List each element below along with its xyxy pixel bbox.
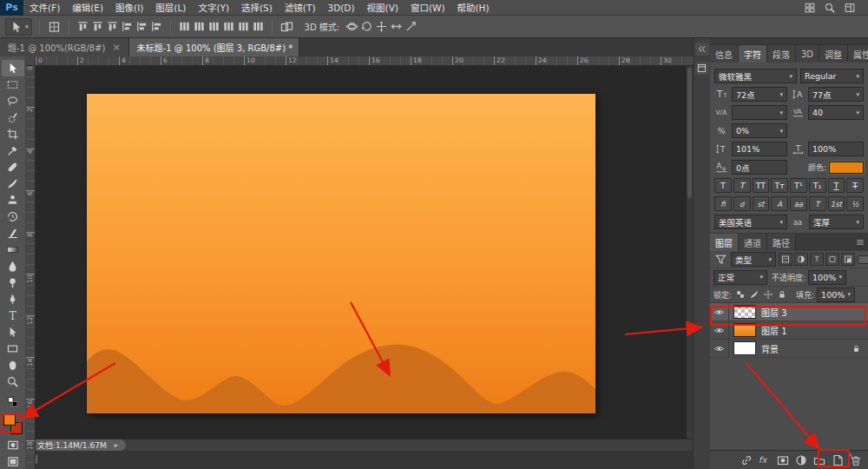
stylistic-alternates-button[interactable]: A xyxy=(771,196,788,211)
leading-select[interactable]: 77点▾ xyxy=(808,87,864,102)
tool-preset-picker[interactable]: ▾ xyxy=(5,18,32,36)
clone-stamp-tool[interactable] xyxy=(2,192,24,208)
dist-vcenter-icon[interactable] xyxy=(193,20,206,33)
tracking-select[interactable]: 40▾ xyxy=(808,105,864,120)
panel-thumb-icon-button[interactable] xyxy=(695,62,709,75)
screen-mode-icon[interactable] xyxy=(6,455,20,468)
layer-row-图层 3[interactable]: 图层 3 xyxy=(710,303,868,321)
panel-tab-信息[interactable]: 信息 xyxy=(710,45,739,63)
kerning-select[interactable]: ▾ xyxy=(732,105,787,120)
tab-close-icon[interactable]: × xyxy=(112,42,120,53)
layer-mask-icon[interactable] xyxy=(775,453,791,467)
pen-tool[interactable] xyxy=(2,291,24,307)
spot-healing-brush-tool[interactable] xyxy=(2,159,24,175)
lock-all-icon[interactable] xyxy=(776,288,788,301)
brush-tool[interactable] xyxy=(2,175,24,192)
quick-mask-icon[interactable] xyxy=(6,439,20,452)
layer-row-背景[interactable]: 背景 xyxy=(710,340,868,358)
layers-tab-路径[interactable]: 路径 xyxy=(767,234,796,251)
antialias-select[interactable]: 浑厚▾ xyxy=(809,215,864,229)
orbit-3d-icon[interactable] xyxy=(345,20,358,33)
panel-tab-属性[interactable]: 属性 xyxy=(848,45,868,63)
ordinals-button[interactable]: 1st xyxy=(828,196,845,211)
eraser-tool[interactable] xyxy=(2,225,24,241)
status-chevron-icon[interactable]: ▸ xyxy=(115,441,118,449)
horizontal-scale-field[interactable]: 100% xyxy=(808,142,864,156)
discretionary-ligatures-button[interactable]: st xyxy=(753,196,770,211)
blur-tool[interactable] xyxy=(2,258,24,274)
dist-top-icon[interactable] xyxy=(178,20,191,33)
layer-thumbnail[interactable] xyxy=(733,323,756,337)
underline-button[interactable]: T xyxy=(828,178,845,193)
slide-3d-icon[interactable] xyxy=(390,20,403,33)
layers-tab-图层[interactable]: 图层 xyxy=(710,234,739,251)
fractions-button[interactable]: ½ xyxy=(846,196,864,211)
align-right-icon[interactable] xyxy=(150,20,163,33)
language-select[interactable]: 美国英语▾ xyxy=(714,215,787,229)
crop-tool[interactable] xyxy=(2,126,24,142)
fill-field[interactable]: 100%▾ xyxy=(817,287,855,302)
panel-drag-bar[interactable] xyxy=(710,38,868,45)
dist-left-icon[interactable] xyxy=(222,20,235,33)
layer-effects-icon[interactable]: fx xyxy=(757,453,773,467)
lock-position-icon[interactable] xyxy=(762,288,774,301)
strikethrough-button[interactable]: T xyxy=(846,178,864,193)
filter-adjustment-icon[interactable] xyxy=(794,253,808,266)
auto-align-icon[interactable] xyxy=(279,20,294,34)
eyedropper-tool[interactable] xyxy=(2,142,24,159)
panel-menu-icon[interactable] xyxy=(852,234,868,251)
document-tab-1[interactable]: 题-1 @ 100%(RGB/8#)× xyxy=(0,38,129,56)
document-canvas[interactable] xyxy=(87,94,595,413)
adjustment-layer-icon[interactable] xyxy=(793,453,809,467)
menu-item-图像(I)[interactable]: 图像(I) xyxy=(109,0,149,16)
filter-type-icon[interactable]: T xyxy=(810,253,824,266)
lasso-tool[interactable] xyxy=(2,93,24,109)
lock-pixels-icon[interactable] xyxy=(748,288,760,301)
panel-tab-3D[interactable]: 3D xyxy=(796,45,819,63)
align-hcenter-icon[interactable] xyxy=(135,20,148,33)
swash-button[interactable]: ơ xyxy=(733,196,751,211)
collapse-panels-icon-button[interactable] xyxy=(695,43,709,56)
layer-thumbnail[interactable] xyxy=(733,305,756,319)
app-grid-icon[interactable] xyxy=(804,2,816,14)
menu-item-编辑(E)[interactable]: 编辑(E) xyxy=(66,0,109,16)
rectangle-tool[interactable] xyxy=(2,340,24,357)
color-swatches[interactable] xyxy=(2,413,24,435)
faux-bold-button[interactable]: T xyxy=(714,178,732,193)
layer-row-图层 1[interactable]: 图层 1 xyxy=(710,321,868,340)
layer-visibility-toggle[interactable] xyxy=(710,321,729,339)
subscript-button[interactable]: T₁ xyxy=(809,178,826,193)
search-icon[interactable] xyxy=(824,2,836,14)
filter-pixel-icon[interactable] xyxy=(779,253,792,266)
history-brush-tool[interactable] xyxy=(2,208,24,225)
dist-bottom-icon[interactable] xyxy=(207,20,220,33)
menu-item-滤镜(T)[interactable]: 滤镜(T) xyxy=(279,0,322,16)
gradient-tool[interactable] xyxy=(2,241,24,258)
zoom-tool[interactable] xyxy=(2,373,24,390)
layer-visibility-toggle[interactable] xyxy=(710,303,729,320)
delete-layer-icon[interactable] xyxy=(848,453,864,467)
superscript-button[interactable]: T¹ xyxy=(790,178,807,193)
blend-mode-select[interactable]: 正常▾ xyxy=(713,270,767,285)
new-layer-icon[interactable] xyxy=(830,453,845,467)
horizontal-type-tool[interactable]: T xyxy=(2,307,24,324)
text-color-swatch[interactable] xyxy=(829,162,864,174)
dist-hcenter-icon[interactable] xyxy=(237,20,250,33)
baseline-shift-field[interactable]: 0点 xyxy=(732,160,787,175)
menu-item-文件(F)[interactable]: 文件(F) xyxy=(23,0,66,16)
small-caps-button[interactable]: Tт xyxy=(771,178,788,193)
layer-visibility-toggle[interactable] xyxy=(710,340,729,357)
opacity-field[interactable]: 100%▾ xyxy=(808,270,846,285)
align-bottom-icon[interactable] xyxy=(106,20,119,33)
default-colors-icon[interactable] xyxy=(6,396,20,408)
menu-item-帮助(H)[interactable]: 帮助(H) xyxy=(451,0,496,16)
vertical-scrollbar[interactable] xyxy=(687,66,693,439)
faux-italic-button[interactable]: T xyxy=(733,178,751,193)
panel-tab-调整[interactable]: 调整 xyxy=(819,45,848,63)
filter-type-select[interactable]: 类型▾ xyxy=(731,252,776,267)
menu-item-3D(D)[interactable]: 3D(D) xyxy=(321,0,360,16)
proportional-spacing-select[interactable]: 0%▾ xyxy=(732,123,787,138)
layers-tab-通道[interactable]: 通道 xyxy=(739,234,767,251)
panel-tab-段落[interactable]: 段落 xyxy=(767,45,796,63)
quick-selection-tool[interactable] xyxy=(2,109,24,126)
